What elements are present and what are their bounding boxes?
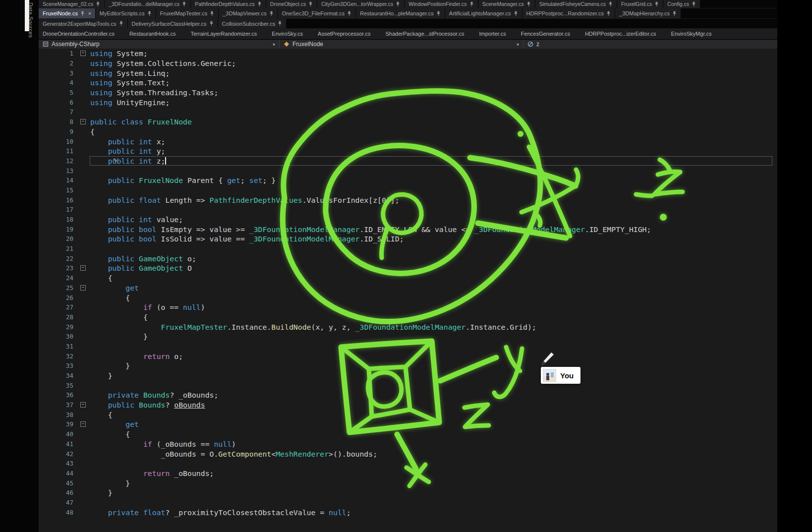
code-line-43[interactable]: 43 <box>39 459 777 469</box>
member-dropdown[interactable]: z <box>523 40 777 49</box>
fold-collapse-icon[interactable]: − <box>80 421 86 427</box>
code-line-26[interactable]: 26 { <box>39 293 777 302</box>
tab-HDRPPostproc...Randomizer.cs[interactable]: HDRPPostproc...Randomizer.cs <box>522 8 615 18</box>
code-line-12[interactable]: ✎12 public int z; <box>39 156 777 166</box>
line-number[interactable]: 8 <box>39 118 79 125</box>
tab-MyEditorScripts.cs[interactable]: MyEditorScripts.cs <box>96 8 156 18</box>
pin-icon[interactable] <box>436 11 441 16</box>
code-line-2[interactable]: 2using System.Collections.Generic; <box>39 59 777 68</box>
line-number[interactable]: 14 <box>39 177 79 184</box>
line-number[interactable]: 38 <box>39 411 79 418</box>
code-line-13[interactable]: 13 <box>39 166 777 176</box>
pin-icon[interactable] <box>119 21 123 26</box>
tab-Generator2ExportMapTools.cs[interactable]: Generator2ExportMapTools.cs <box>39 19 127 28</box>
code-line-30[interactable]: 30 } <box>39 332 777 342</box>
line-number[interactable]: 33 <box>39 362 79 369</box>
tab-RestaurantHook.cs[interactable]: RestaurantHook.cs <box>129 29 176 39</box>
line-number[interactable]: 21 <box>39 245 79 252</box>
code-line-23[interactable]: 23− public GameObject O <box>39 263 777 273</box>
code-line-47[interactable]: 47 <box>39 498 777 508</box>
code-line-31[interactable]: 31 <box>39 342 777 352</box>
tab-DeliverySurfaceClassHelper.cs[interactable]: DeliverySurfaceClassHelper.cs <box>128 19 218 28</box>
code-line-3[interactable]: 3using System.Linq; <box>39 68 777 78</box>
code-line-18[interactable]: 18 public int value; <box>39 215 777 225</box>
line-number[interactable]: 26 <box>39 294 79 301</box>
line-number[interactable]: 19 <box>39 226 79 233</box>
code-line-8[interactable]: 8−public class FruxelNode <box>39 117 777 127</box>
tab-AssetPreprocessor.cs[interactable]: AssetPreprocessor.cs <box>318 29 370 39</box>
line-number[interactable]: 37 <box>39 401 79 409</box>
line-number[interactable]: 43 <box>39 460 79 467</box>
code-line-6[interactable]: 6using UnityEngine; <box>39 97 777 107</box>
pin-icon[interactable] <box>210 11 214 16</box>
pin-icon[interactable] <box>672 11 677 16</box>
line-number[interactable]: 15 <box>39 186 79 194</box>
pin-icon[interactable] <box>469 1 474 7</box>
code-line-16[interactable]: 16 public float Length => PathfinderDept… <box>39 195 777 205</box>
code-line-17[interactable]: 17 <box>39 205 777 215</box>
line-number[interactable]: 10 <box>39 138 79 145</box>
line-number[interactable]: 46 <box>39 489 79 496</box>
tab-FruxelNode.cs[interactable]: FruxelNode.cs× <box>39 8 95 18</box>
code-line-4[interactable]: 4using System.Text; <box>39 78 777 88</box>
pin-icon[interactable] <box>80 11 85 16</box>
line-number[interactable]: 3 <box>39 69 79 77</box>
tab-OneSec3D_FileFormat.cs[interactable]: OneSec3D_FileFormat.cs <box>278 8 356 18</box>
tab-EnviroSky.cs[interactable]: EnviroSky.cs <box>272 29 303 39</box>
pin-icon[interactable] <box>257 1 262 7</box>
code-line-41[interactable]: 41 if (_oBounds == null) <box>39 439 777 449</box>
line-number[interactable]: 1 <box>39 50 79 57</box>
fold-collapse-icon[interactable]: − <box>80 285 86 291</box>
code-line-1[interactable]: 1−using System; <box>39 49 777 59</box>
tab-_3DMapViewer.cs[interactable]: _3DMapViewer.cs <box>219 8 277 18</box>
line-number[interactable]: 18 <box>39 216 79 223</box>
tab-WindowPositionFinder.cs[interactable]: WindowPositionFinder.cs <box>405 0 477 8</box>
tab-CollisionSubscriber.cs[interactable]: CollisionSubscriber.cs <box>218 19 287 28</box>
line-number[interactable]: 41 <box>39 440 79 448</box>
code-line-7[interactable]: 7 <box>39 107 777 117</box>
pin-icon[interactable] <box>608 1 613 7</box>
line-number[interactable]: 35 <box>39 382 79 389</box>
line-number[interactable]: 45 <box>39 479 79 487</box>
code-line-44[interactable]: 44 return _oBounds; <box>39 469 777 478</box>
code-line-40[interactable]: 40 { <box>39 429 777 439</box>
code-line-37[interactable]: 37− public Bounds? oBounds <box>39 400 777 410</box>
pin-icon[interactable] <box>147 11 152 16</box>
pin-icon[interactable] <box>347 11 351 16</box>
tab-DroneObject.cs[interactable]: DroneObject.cs <box>266 0 317 8</box>
code-line-20[interactable]: 20 public bool IsSolid => value == _3DFo… <box>39 234 777 244</box>
code-line-21[interactable]: 21 <box>39 244 777 254</box>
pin-icon[interactable] <box>209 21 214 26</box>
line-number[interactable]: 23 <box>39 264 79 272</box>
line-number[interactable]: 22 <box>39 255 79 262</box>
code-line-48[interactable]: 48 private float? _proximityToClosestObs… <box>39 507 777 517</box>
line-number[interactable]: 40 <box>39 430 79 438</box>
line-number[interactable]: 34 <box>39 372 79 379</box>
pin-icon[interactable] <box>526 1 531 7</box>
line-number[interactable]: 29 <box>39 323 79 331</box>
code-editor[interactable]: 1−using System;2using System.Collections… <box>39 49 777 532</box>
line-number[interactable]: 12 <box>39 157 79 165</box>
line-number[interactable]: 4 <box>39 79 79 86</box>
pin-icon[interactable] <box>606 11 611 16</box>
tab-FencesGenerator.cs[interactable]: FencesGenerator.cs <box>521 29 570 39</box>
code-line-38[interactable]: 38 { <box>39 410 777 419</box>
tab-SimulatedFisheyeCamera.cs[interactable]: SimulatedFisheyeCamera.cs <box>535 0 617 8</box>
tab-Config.cs[interactable]: Config.cs <box>663 0 700 8</box>
line-number[interactable]: 25 <box>39 284 79 292</box>
tab-Importer.cs[interactable]: Importer.cs <box>479 29 506 39</box>
line-number[interactable]: 11 <box>39 147 79 155</box>
code-line-9[interactable]: 9{ <box>39 127 777 137</box>
code-line-39[interactable]: 39− get <box>39 419 777 429</box>
code-line-28[interactable]: 28 { <box>39 312 777 322</box>
pin-icon[interactable] <box>182 1 186 7</box>
pin-icon[interactable] <box>396 1 400 7</box>
tab-TerrainLayerRandomizer.cs[interactable]: TerrainLayerRandomizer.cs <box>190 29 257 39</box>
code-line-35[interactable]: 35 <box>39 380 777 390</box>
tab-_3DMapHierarchy.cs[interactable]: _3DMapHierarchy.cs <box>615 8 681 18</box>
tab-FruxelMapTester.cs[interactable]: FruxelMapTester.cs <box>156 8 218 18</box>
tab-FruxelGrid.cs[interactable]: FruxelGrid.cs <box>617 0 663 8</box>
fold-collapse-icon[interactable]: − <box>80 119 86 124</box>
line-number[interactable]: 5 <box>39 89 79 96</box>
close-icon[interactable]: × <box>88 11 91 16</box>
